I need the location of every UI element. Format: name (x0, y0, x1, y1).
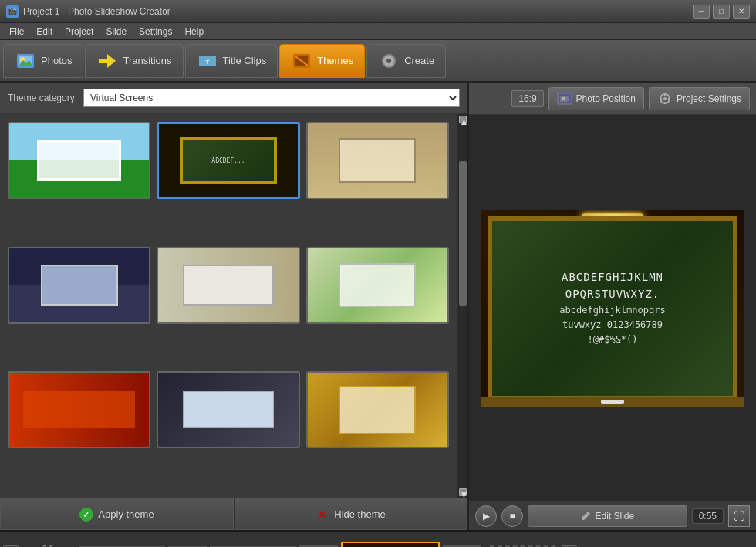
left-panel: Theme category: Virtual Screens Nature T… (0, 83, 469, 530)
svg-rect-19 (664, 102, 666, 104)
playback-controls: ▶ ■ Edit Slide 0:55 ⛶ (469, 501, 756, 530)
tab-title-clips-label: Title Clips (223, 55, 267, 66)
tab-create[interactable]: Create (366, 44, 446, 78)
menu-help[interactable]: Help (178, 25, 210, 39)
toolbar: Photos Transitions T Title Clips Themes … (0, 40, 756, 83)
tab-themes-label: Themes (317, 55, 353, 66)
maximize-button[interactable]: □ (713, 5, 730, 19)
svg-marker-4 (99, 54, 116, 68)
theme-item-5[interactable] (157, 247, 299, 324)
category-select[interactable]: Virtual Screens Nature Travel Abstract W… (83, 89, 460, 107)
tab-create-label: Create (404, 55, 434, 66)
theme-buttons: ✓ Apply theme ✕ Hide theme (0, 498, 467, 530)
app-title: Project 1 - Photo Slideshow Creator (23, 6, 170, 17)
board-line2: OPQRSTUVWXYZ. (559, 285, 665, 302)
theme-item-6[interactable] (306, 247, 449, 324)
board-line1: ABCDEFGHIJKLMN (559, 268, 665, 285)
theme-item-7[interactable] (8, 371, 150, 448)
menu-file[interactable]: File (3, 25, 30, 39)
preview-image: ABCDEFGHIJKLMN OPQRSTUVWXYZ. abcdefghijk… (481, 210, 744, 407)
photo-position-icon (557, 93, 572, 105)
svg-point-12 (386, 59, 391, 63)
chalk-piece (601, 400, 624, 404)
themes-scroll: ABCDEF... (0, 114, 457, 498)
category-label: Theme category: (8, 93, 77, 103)
theme-category-bar: Theme category: Virtual Screens Nature T… (0, 83, 467, 114)
svg-rect-15 (562, 97, 565, 100)
slide-item-12: 12 ★ T 3.0 (341, 542, 440, 548)
aspect-ratio-badge: 16:9 (511, 90, 543, 107)
photo-position-label: Photo Position (576, 93, 636, 104)
slide-thumb-12[interactable]: 12 ★ T 3.0 (341, 542, 440, 548)
theme-item-9[interactable] (306, 371, 449, 448)
menu-settings[interactable]: Settings (133, 25, 178, 39)
titlebar: 🎬 Project 1 - Photo Slideshow Creator ─ … (0, 0, 756, 23)
svg-rect-38 (343, 543, 440, 548)
tab-photos-label: Photos (41, 55, 72, 66)
project-settings-label: Project Settings (677, 93, 741, 104)
svg-point-2 (20, 57, 25, 62)
slide-item-10: 10 ★ T 3.0 (79, 545, 165, 548)
tab-themes[interactable]: Themes (279, 44, 365, 78)
theme-item-4[interactable] (8, 247, 150, 324)
stop-button[interactable]: ■ (501, 505, 523, 527)
theme-item-2[interactable]: ABCDEF... (157, 122, 299, 199)
slide-item-11: 11 ★ T 3.0 (210, 545, 296, 548)
blackboard-bg: ABCDEFGHIJKLMN OPQRSTUVWXYZ. abcdefghijk… (481, 210, 744, 407)
pencil-icon (580, 511, 591, 522)
minimize-button[interactable]: ─ (693, 5, 710, 19)
svg-rect-20 (660, 98, 662, 100)
titlebar-left: 🎬 Project 1 - Photo Slideshow Creator (6, 5, 170, 18)
board-line5: !@#$%&*() (559, 333, 665, 347)
board-frame: ABCDEFGHIJKLMN OPQRSTUVWXYZ. abcdefghijk… (488, 216, 737, 400)
play-button[interactable]: ▶ (475, 505, 497, 527)
project-settings-button[interactable]: Project Settings (649, 87, 750, 110)
hide-theme-button[interactable]: ✕ Hide theme (234, 498, 467, 530)
menu-project[interactable]: Project (59, 25, 100, 39)
apply-theme-button[interactable]: ✓ Apply theme (0, 498, 234, 530)
right-toolbar: 16:9 Photo Position Project Settings (469, 83, 756, 115)
tab-title-clips[interactable]: T Title Clips (185, 44, 278, 78)
apply-theme-label: Apply theme (98, 508, 154, 520)
svg-rect-18 (664, 93, 666, 96)
edit-slide-label: Edit Slide (595, 511, 634, 522)
theme-item-8[interactable] (157, 371, 299, 448)
main-area: Theme category: Virtual Screens Nature T… (0, 83, 756, 530)
filmstrip: ◀ 3.0 (0, 532, 756, 547)
tab-transitions-label: Transitions (123, 55, 171, 66)
menu-edit[interactable]: Edit (30, 25, 59, 39)
right-panel: 16:9 Photo Position Project Settings (469, 83, 756, 530)
edit-slide-button[interactable]: Edit Slide (528, 505, 687, 527)
photo-position-button[interactable]: Photo Position (548, 87, 644, 110)
transitions-icon (96, 52, 118, 70)
slide-duration-top-0: 3.0 (42, 545, 53, 548)
fullscreen-button[interactable]: ⛶ (728, 505, 750, 527)
preview-area: ABCDEFGHIJKLMN OPQRSTUVWXYZ. abcdefghijk… (469, 115, 756, 501)
titlebar-controls: ─ □ ✕ (693, 5, 750, 19)
board-text: ABCDEFGHIJKLMN OPQRSTUVWXYZ. abcdefghijk… (552, 261, 673, 355)
hide-theme-label: Hide theme (334, 508, 385, 520)
photos-icon (15, 52, 36, 70)
time-display: 0:55 (692, 508, 724, 524)
board-line3: abcdefghijklmnopqrs (559, 303, 665, 318)
app-icon: 🎬 (6, 5, 19, 18)
slide-item-0: 3.0 (20, 545, 76, 548)
gear-icon (657, 93, 673, 105)
timeline: ◀ 3.0 (0, 530, 756, 547)
themes-scrollbar[interactable]: ▲ ▼ (457, 114, 467, 498)
theme-item-3[interactable] (306, 122, 449, 199)
title-clips-icon: T (197, 52, 218, 70)
svg-text:T: T (205, 59, 209, 66)
themes-icon (291, 52, 312, 70)
menu-slide[interactable]: Slide (100, 25, 133, 39)
themes-grid: ABCDEF... (0, 114, 467, 498)
tab-transitions[interactable]: Transitions (85, 44, 183, 78)
svg-rect-21 (668, 98, 670, 100)
tab-photos[interactable]: Photos (3, 44, 83, 78)
slide-item-trans-1: 2.0 (168, 545, 207, 548)
close-button[interactable]: ✕ (733, 5, 750, 19)
board-line4: tuvwxyz 0123456789 (559, 318, 665, 333)
theme-item-1[interactable] (8, 122, 150, 199)
create-icon (378, 52, 400, 70)
hide-icon: ✕ (316, 508, 329, 522)
